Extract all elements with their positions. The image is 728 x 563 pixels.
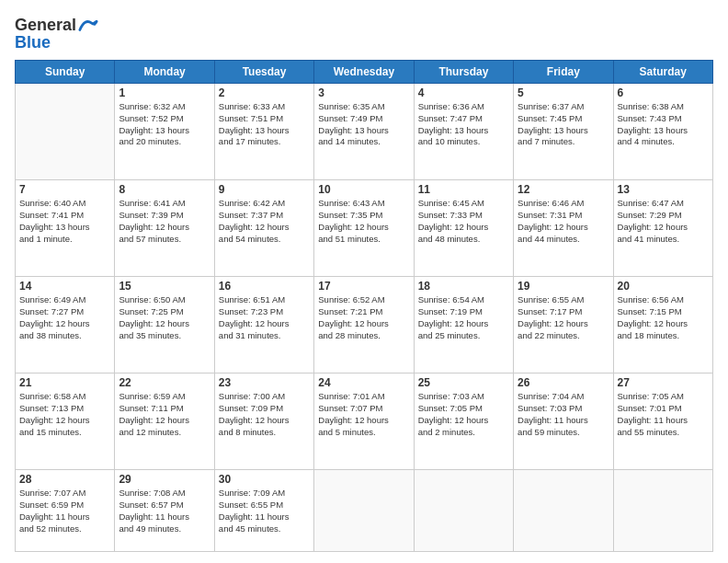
day-number: 4 [418, 86, 509, 99]
day-number: 6 [618, 86, 709, 99]
day-info: Sunrise: 7:04 AM Sunset: 7:03 PM Dayligh… [518, 391, 609, 438]
day-number: 20 [618, 280, 709, 293]
weekday-header-monday: Monday [115, 61, 214, 84]
calendar-cell: 9Sunrise: 6:42 AM Sunset: 7:37 PM Daylig… [214, 180, 313, 277]
day-info: Sunrise: 7:08 AM Sunset: 6:57 PM Dayligh… [119, 488, 210, 534]
weekday-header-wednesday: Wednesday [314, 61, 414, 84]
day-number: 1 [119, 86, 210, 99]
day-number: 22 [119, 376, 210, 389]
day-info: Sunrise: 6:59 AM Sunset: 7:11 PM Dayligh… [119, 391, 210, 438]
day-info: Sunrise: 7:09 AM Sunset: 6:55 PM Dayligh… [219, 488, 310, 534]
day-number: 2 [219, 86, 310, 99]
calendar-cell: 23Sunrise: 7:00 AM Sunset: 7:09 PM Dayli… [214, 373, 313, 470]
day-info: Sunrise: 6:58 AM Sunset: 7:13 PM Dayligh… [19, 391, 110, 438]
calendar-cell: 22Sunrise: 6:59 AM Sunset: 7:11 PM Dayli… [115, 373, 214, 470]
day-info: Sunrise: 6:41 AM Sunset: 7:39 PM Dayligh… [119, 198, 210, 245]
calendar-cell: 16Sunrise: 6:51 AM Sunset: 7:23 PM Dayli… [214, 277, 313, 373]
day-number: 23 [219, 376, 310, 389]
day-number: 14 [19, 280, 110, 293]
calendar-cell: 27Sunrise: 7:05 AM Sunset: 7:01 PM Dayli… [613, 373, 712, 470]
calendar-cell: 13Sunrise: 6:47 AM Sunset: 7:29 PM Dayli… [613, 180, 712, 277]
day-info: Sunrise: 6:49 AM Sunset: 7:27 PM Dayligh… [19, 294, 110, 341]
day-number: 21 [19, 376, 110, 389]
day-number: 18 [418, 280, 509, 293]
day-info: Sunrise: 6:36 AM Sunset: 7:47 PM Dayligh… [418, 101, 509, 148]
logo: General Blue [15, 15, 98, 52]
calendar-cell: 3Sunrise: 6:35 AM Sunset: 7:49 PM Daylig… [314, 84, 414, 180]
day-info: Sunrise: 6:43 AM Sunset: 7:35 PM Dayligh… [318, 198, 409, 245]
weekday-header-saturday: Saturday [613, 61, 712, 84]
calendar-cell: 29Sunrise: 7:08 AM Sunset: 6:57 PM Dayli… [115, 470, 214, 552]
calendar-cell [16, 84, 115, 180]
week-row-1: 1Sunrise: 6:32 AM Sunset: 7:52 PM Daylig… [16, 84, 713, 180]
day-number: 5 [518, 86, 609, 99]
day-info: Sunrise: 6:46 AM Sunset: 7:31 PM Dayligh… [518, 198, 609, 245]
day-number: 17 [318, 280, 409, 293]
weekday-header-thursday: Thursday [414, 61, 513, 84]
week-row-5: 28Sunrise: 7:07 AM Sunset: 6:59 PM Dayli… [16, 470, 713, 552]
calendar-cell: 25Sunrise: 7:03 AM Sunset: 7:05 PM Dayli… [414, 373, 513, 470]
weekday-header-friday: Friday [514, 61, 613, 84]
day-info: Sunrise: 6:35 AM Sunset: 7:49 PM Dayligh… [318, 101, 409, 148]
calendar-cell: 26Sunrise: 7:04 AM Sunset: 7:03 PM Dayli… [514, 373, 613, 470]
day-info: Sunrise: 6:42 AM Sunset: 7:37 PM Dayligh… [219, 198, 310, 245]
day-number: 9 [219, 183, 310, 196]
header: General Blue [15, 11, 713, 52]
day-number: 12 [518, 183, 609, 196]
calendar-cell: 28Sunrise: 7:07 AM Sunset: 6:59 PM Dayli… [16, 470, 115, 552]
calendar-cell: 17Sunrise: 6:52 AM Sunset: 7:21 PM Dayli… [314, 277, 414, 373]
weekday-header-tuesday: Tuesday [214, 61, 313, 84]
day-info: Sunrise: 7:01 AM Sunset: 7:07 PM Dayligh… [318, 391, 409, 438]
calendar-cell: 14Sunrise: 6:49 AM Sunset: 7:27 PM Dayli… [16, 277, 115, 373]
calendar-cell: 20Sunrise: 6:56 AM Sunset: 7:15 PM Dayli… [613, 277, 712, 373]
calendar-cell: 8Sunrise: 6:41 AM Sunset: 7:39 PM Daylig… [115, 180, 214, 277]
day-info: Sunrise: 6:33 AM Sunset: 7:51 PM Dayligh… [219, 101, 310, 148]
day-info: Sunrise: 6:54 AM Sunset: 7:19 PM Dayligh… [418, 294, 509, 341]
calendar-cell: 5Sunrise: 6:37 AM Sunset: 7:45 PM Daylig… [514, 84, 613, 180]
calendar-cell [414, 470, 513, 552]
day-info: Sunrise: 6:52 AM Sunset: 7:21 PM Dayligh… [318, 294, 409, 341]
day-info: Sunrise: 6:32 AM Sunset: 7:52 PM Dayligh… [119, 101, 210, 148]
day-info: Sunrise: 7:03 AM Sunset: 7:05 PM Dayligh… [418, 391, 509, 438]
day-number: 19 [518, 280, 609, 293]
day-info: Sunrise: 6:51 AM Sunset: 7:23 PM Dayligh… [219, 294, 310, 341]
calendar-cell: 18Sunrise: 6:54 AM Sunset: 7:19 PM Dayli… [414, 277, 513, 373]
day-info: Sunrise: 6:56 AM Sunset: 7:15 PM Dayligh… [618, 294, 709, 341]
day-info: Sunrise: 7:07 AM Sunset: 6:59 PM Dayligh… [19, 488, 110, 534]
day-number: 7 [19, 183, 110, 196]
day-info: Sunrise: 7:05 AM Sunset: 7:01 PM Dayligh… [618, 391, 709, 438]
calendar-table: SundayMondayTuesdayWednesdayThursdayFrid… [15, 60, 713, 552]
day-number: 13 [618, 183, 709, 196]
day-info: Sunrise: 6:37 AM Sunset: 7:45 PM Dayligh… [518, 101, 609, 148]
day-number: 28 [19, 473, 110, 486]
calendar-cell: 11Sunrise: 6:45 AM Sunset: 7:33 PM Dayli… [414, 180, 513, 277]
weekday-header-sunday: Sunday [16, 61, 115, 84]
week-row-4: 21Sunrise: 6:58 AM Sunset: 7:13 PM Dayli… [16, 373, 713, 470]
day-number: 30 [219, 473, 310, 486]
logo-general-text: General [15, 16, 76, 35]
calendar-cell: 4Sunrise: 6:36 AM Sunset: 7:47 PM Daylig… [414, 84, 513, 180]
day-number: 24 [318, 376, 409, 389]
day-number: 26 [518, 376, 609, 389]
page: General Blue SundayMondayTuesdayWednesda… [0, 0, 728, 563]
week-row-3: 14Sunrise: 6:49 AM Sunset: 7:27 PM Dayli… [16, 277, 713, 373]
day-number: 11 [418, 183, 509, 196]
calendar-cell: 19Sunrise: 6:55 AM Sunset: 7:17 PM Dayli… [514, 277, 613, 373]
day-info: Sunrise: 6:45 AM Sunset: 7:33 PM Dayligh… [418, 198, 509, 245]
day-info: Sunrise: 7:00 AM Sunset: 7:09 PM Dayligh… [219, 391, 310, 438]
calendar-cell: 10Sunrise: 6:43 AM Sunset: 7:35 PM Dayli… [314, 180, 414, 277]
calendar-cell: 1Sunrise: 6:32 AM Sunset: 7:52 PM Daylig… [115, 84, 214, 180]
calendar-cell: 15Sunrise: 6:50 AM Sunset: 7:25 PM Dayli… [115, 277, 214, 373]
calendar-cell: 2Sunrise: 6:33 AM Sunset: 7:51 PM Daylig… [214, 84, 313, 180]
calendar-cell [514, 470, 613, 552]
logo-blue-text: Blue [15, 33, 98, 52]
day-info: Sunrise: 6:38 AM Sunset: 7:43 PM Dayligh… [618, 101, 709, 148]
calendar-cell: 24Sunrise: 7:01 AM Sunset: 7:07 PM Dayli… [314, 373, 414, 470]
day-number: 29 [119, 473, 210, 486]
day-number: 25 [418, 376, 509, 389]
day-number: 8 [119, 183, 210, 196]
calendar-cell: 21Sunrise: 6:58 AM Sunset: 7:13 PM Dayli… [16, 373, 115, 470]
calendar-cell: 6Sunrise: 6:38 AM Sunset: 7:43 PM Daylig… [613, 84, 712, 180]
calendar-cell: 12Sunrise: 6:46 AM Sunset: 7:31 PM Dayli… [514, 180, 613, 277]
week-row-2: 7Sunrise: 6:40 AM Sunset: 7:41 PM Daylig… [16, 180, 713, 277]
